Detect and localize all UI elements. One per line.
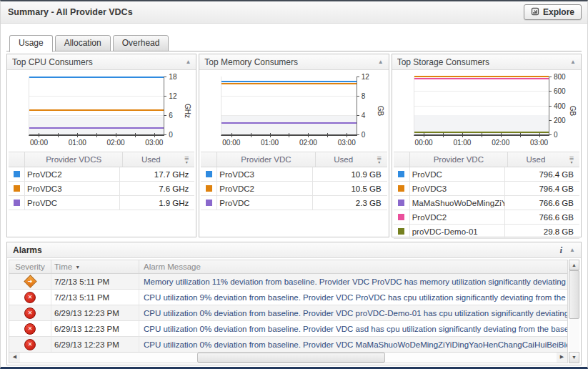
collapse-arrow-icon[interactable]: ▲ [570, 59, 576, 65]
alarms-table: Severity Time▼ Alarm Message ➜7/2/13 5:1… [9, 260, 568, 352]
tab-allocation[interactable]: Allocation [55, 35, 111, 51]
fatal-severity-icon: ✕ [24, 308, 36, 319]
table-row-provdc3[interactable]: ProVDC3796.4 GB [394, 182, 579, 196]
explore-icon [531, 7, 539, 18]
provider-vdc-column-header[interactable]: Provider VDC [409, 152, 507, 167]
table-row-provdc3[interactable]: ProVDC310.9 GB [201, 167, 387, 182]
tab-overhead[interactable]: Overhead [113, 35, 169, 51]
series-color-cell [394, 185, 409, 192]
series-line-provdc [221, 122, 356, 124]
severity-column-header[interactable]: Severity [9, 262, 51, 271]
alarm-message-column-header[interactable]: Alarm Message [139, 260, 567, 273]
series-color-swatch [398, 214, 404, 220]
alarm-message: CPU utilization 0% deviation from baseli… [139, 321, 567, 336]
panel-header-top-storage-consumers: Top Storage Consumers▲ [392, 54, 581, 70]
scroll-down-icon[interactable]: ▼ [569, 352, 579, 363]
collapse-arrow-icon[interactable]: ▲ [378, 59, 384, 65]
scroll-right-icon[interactable]: ▶ [557, 353, 567, 363]
table-row-provdc-demo-01[interactable]: proVDC-Demo-0129.8 GB [394, 225, 579, 239]
panel-header-top-cpu-consumers: Top CPU Consumers▲ [7, 54, 196, 70]
series-line-provdc3 [414, 76, 549, 77]
x-axis-tick [520, 133, 521, 137]
alarm-row[interactable]: ✕6/29/13 12:23 PMCPU utilization 0% devi… [9, 337, 567, 353]
scroll-up-icon[interactable]: ▲ [569, 260, 579, 270]
used-column-header[interactable]: Used [122, 152, 179, 167]
table-row-mamashuowodemingziyi[interactable]: MaMaShuoWoDeMingZiYi...766.6 GB [394, 196, 579, 210]
series-line-provdc2 [414, 78, 549, 79]
series-color-swatch [14, 171, 20, 177]
alarms-horizontal-scrollbar[interactable]: ◀ ▶ [9, 352, 568, 363]
panel-title: Top Memory Consumers [204, 57, 377, 67]
x-axis-label: 00:00 [30, 139, 48, 147]
table-customizer-icon[interactable]: ≡▾ [564, 156, 579, 164]
time-column-header[interactable]: Time▼ [51, 260, 139, 273]
consumer-table-header: Provider VDCUsed≡▾ [394, 152, 579, 167]
scroll-left-icon[interactable]: ◀ [9, 353, 20, 363]
x-axis-label: 01:00 [453, 139, 471, 147]
y-axis-label: 800 [554, 73, 566, 81]
alarm-row[interactable]: ✕6/29/13 12:23 PMCPU utilization 0% devi… [9, 321, 567, 337]
tab-bar: UsageAllocationOverhead [6, 34, 582, 51]
collapse-arrow-icon[interactable]: ▲ [569, 247, 575, 253]
x-axis-label: 03:00 [338, 139, 356, 147]
y-axis-label: 0 [554, 131, 558, 139]
x-axis-tick [96, 133, 97, 137]
x-axis-tick [482, 133, 482, 137]
severity-cell: ➜ [9, 277, 51, 286]
used-value: 10.5 GB [312, 182, 387, 195]
collapse-arrow-icon[interactable]: ▲ [185, 59, 191, 65]
alarms-table-wrap: Severity Time▼ Alarm Message ➜7/2/13 5:1… [9, 260, 579, 352]
y-axis-label: 18 [169, 73, 176, 81]
x-axis-tick [501, 133, 502, 137]
used-column-header[interactable]: Used [507, 152, 564, 167]
series-color-cell [9, 200, 24, 206]
x-axis-label: 00:00 [415, 139, 433, 147]
used-value: 2.3 GB [312, 196, 387, 210]
alarm-row[interactable]: ✕6/29/13 12:23 PMCPU utilization 0% devi… [9, 305, 567, 321]
tab-usage[interactable]: Usage [9, 35, 53, 52]
horizontal-scroll-track[interactable] [20, 353, 557, 363]
y-axis-label: 400 [554, 102, 566, 109]
table-row-provdc2[interactable]: ProVDC217.7 GHz [9, 167, 194, 182]
alarms-vertical-scrollbar[interactable]: ▲ [569, 260, 579, 352]
table-row-provdc[interactable]: ProVDC2.3 GB [201, 196, 387, 210]
provider-vdc-name: ProVDC3 [409, 182, 504, 195]
y-axis-label: 4 [362, 112, 366, 119]
vertical-scroll-thumb[interactable] [569, 270, 579, 319]
series-color-cell [201, 200, 216, 206]
panel-header-top-memory-consumers: Top Memory Consumers▲ [199, 54, 388, 70]
provider-vdc-column-header[interactable]: Provider VDC [216, 152, 314, 167]
series-color-swatch [398, 171, 404, 177]
table-customizer-icon[interactable]: ≡▾ [179, 156, 194, 164]
table-row-provdc3[interactable]: ProVDC37.6 GHz [9, 182, 194, 196]
severity-cell: ✕ [9, 308, 51, 319]
y-axis-unit-label: GHz [184, 104, 191, 118]
provider-vdc-name: ProVDC2 [409, 210, 504, 224]
used-column-header[interactable]: Used [315, 152, 372, 167]
series-color-cell [394, 171, 409, 177]
alarm-row[interactable]: ➜7/2/13 5:11 PMMemory utilization 11% de… [9, 274, 567, 290]
x-axis-tick [424, 133, 424, 137]
vertical-scroll-track[interactable] [569, 270, 579, 352]
x-axis-tick [462, 133, 463, 137]
x-axis-tick [154, 133, 155, 137]
explore-button[interactable]: Explore [524, 4, 582, 20]
explore-button-label: Explore [543, 7, 574, 17]
table-customizer-icon[interactable]: ≡▾ [372, 156, 387, 164]
table-row-provdc[interactable]: ProVDC1.9 GHz [9, 196, 194, 210]
top-memory-consumers-table: Provider VDCUsed≡▾ProVDC310.9 GBProVDC21… [201, 152, 387, 210]
alarm-row[interactable]: ✕7/2/13 5:11 PMCPU utilization 9% deviat… [9, 290, 567, 305]
y-axis-label: 0 [362, 131, 366, 139]
provider-vdc-name: ProVDC2 [216, 182, 312, 195]
info-icon[interactable]: i [559, 245, 562, 255]
y-axis-tick [164, 96, 166, 97]
dashboard-window: Summary - All Provider VDCs Explore Usag… [0, 0, 588, 369]
table-row-provdc2[interactable]: ProVDC2766.6 GB [394, 210, 579, 225]
table-row-provdc2[interactable]: ProVDC210.5 GB [201, 182, 387, 196]
severity-cell: ✕ [9, 292, 51, 303]
provider-vdc-column-header[interactable]: Provider VDCS [24, 152, 122, 167]
horizontal-scroll-thumb[interactable] [197, 353, 385, 363]
sort-descending-icon: ▼ [75, 265, 80, 270]
panel-title: Top CPU Consumers [12, 57, 185, 67]
table-row-provdc[interactable]: ProVDC796.4 GB [394, 167, 579, 182]
